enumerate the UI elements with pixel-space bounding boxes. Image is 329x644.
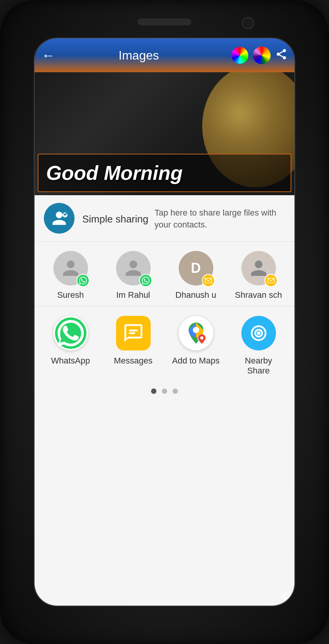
nearby-app-icon [241, 316, 276, 350]
image-area: Good Morning [35, 72, 294, 195]
svg-rect-14 [129, 330, 138, 332]
app-name-messages: Messages [114, 356, 152, 366]
contact-item-shravan[interactable]: Shravan sch [234, 251, 284, 300]
contact-item-rahul[interactable]: Im Rahul [108, 251, 158, 300]
svg-point-18 [200, 336, 203, 339]
app-item-messages[interactable]: Messages [108, 316, 158, 376]
svg-line-4 [279, 51, 283, 53]
share-icon[interactable] [275, 48, 287, 63]
pagination-dot-2[interactable] [162, 388, 167, 394]
contact-avatar-shravan [241, 251, 276, 285]
svg-point-0 [283, 49, 286, 52]
contact-avatar-rahul [116, 251, 151, 285]
simple-sharing-row[interactable]: Simple sharing Tap here to share large f… [35, 195, 294, 242]
phone-frame: ← Images [0, 0, 329, 644]
phone-screen: ← Images [34, 38, 295, 606]
pagination-dot-1[interactable] [151, 388, 156, 394]
whatsapp-badge [76, 274, 90, 287]
contact-name-shravan: Shravan sch [235, 290, 282, 300]
contact-item-dhanush[interactable]: D Dhanush u [171, 251, 221, 300]
good-morning-overlay: Good Morning [38, 154, 291, 192]
maps-app-icon [179, 316, 213, 350]
good-morning-text: Good Morning [46, 162, 183, 184]
app-name-whatsapp: WhatsApp [51, 356, 90, 366]
app-item-whatsapp[interactable]: WhatsApp [46, 316, 96, 376]
app-item-maps[interactable]: Add to Maps [171, 316, 221, 376]
contact-avatar-dhanush: D [179, 251, 213, 285]
share-sheet: Simple sharing Tap here to share large f… [35, 195, 294, 606]
svg-point-1 [277, 53, 280, 56]
whatsapp-app-icon [53, 316, 88, 350]
back-button[interactable]: ← [42, 47, 55, 63]
app-name-maps: Add to Maps [172, 356, 220, 366]
messages-app-icon [116, 316, 151, 350]
contacts-row: Suresh [35, 242, 294, 307]
whatsapp-badge-rahul [139, 274, 152, 287]
contact-name-rahul: Im Rahul [116, 290, 150, 300]
svg-point-19 [257, 332, 260, 335]
app-name-nearby: Nearby Share [234, 356, 284, 376]
svg-line-10 [284, 597, 285, 598]
simple-sharing-description: Tap here to share large files with your … [155, 208, 276, 229]
pagination-dot-3[interactable] [173, 388, 178, 394]
dhanush-initial: D [191, 260, 201, 276]
email-badge-dhanush [202, 274, 215, 287]
svg-point-6 [281, 595, 284, 598]
app-item-nearby[interactable]: Nearby Share [234, 316, 284, 376]
simple-sharing-icon [44, 203, 75, 234]
apps-row: WhatsApp Messages [35, 307, 294, 382]
globe-icon[interactable] [253, 46, 271, 64]
svg-point-16 [193, 327, 199, 334]
color-wheel-icon[interactable] [231, 47, 248, 64]
email-badge-shravan [264, 274, 277, 287]
app-bar-title: Images [61, 48, 216, 63]
svg-rect-15 [129, 332, 135, 334]
pagination-dots [35, 382, 294, 403]
svg-line-3 [279, 55, 283, 57]
contact-avatar-suresh [53, 251, 88, 285]
contact-item-suresh[interactable]: Suresh [46, 251, 96, 300]
svg-point-2 [283, 56, 286, 59]
screen-content: ← Images [35, 38, 294, 606]
contact-name-suresh: Suresh [57, 290, 84, 300]
app-bar: ← Images [35, 38, 294, 72]
contact-name-dhanush: Dhanush u [175, 290, 216, 300]
bar-icons [231, 46, 287, 64]
svg-line-9 [284, 594, 285, 596]
